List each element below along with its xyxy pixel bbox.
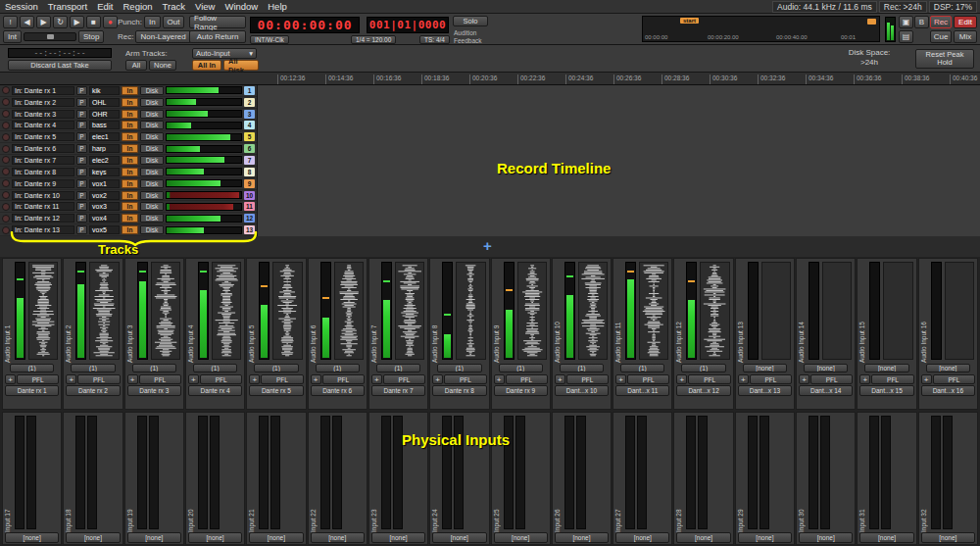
playlist-button[interactable]: P: [76, 179, 87, 188]
b-layout-button[interactable]: B: [914, 16, 929, 28]
disk-monitor-button[interactable]: Disk: [140, 179, 164, 188]
tempo-button[interactable]: 1/4 = 120.00: [351, 35, 396, 44]
input-name-button[interactable]: Dante rx 6: [311, 385, 365, 396]
input-name-button[interactable]: [none]: [799, 532, 853, 543]
punch-in-button[interactable]: In: [144, 16, 161, 28]
record-arm-button[interactable]: [2, 179, 10, 187]
time-signature-button[interactable]: TS: 4/4: [419, 35, 450, 44]
input-name-button[interactable]: [none]: [432, 532, 486, 543]
disk-monitor-button[interactable]: Disk: [140, 98, 164, 107]
input-monitor-button[interactable]: In: [122, 214, 138, 223]
add-track-button[interactable]: +: [615, 374, 626, 384]
input-name-button[interactable]: [none]: [615, 532, 669, 543]
sync-source-button[interactable]: INT/W-Clk: [250, 35, 289, 44]
disk-monitor-button[interactable]: Disk: [140, 132, 164, 141]
input-name-button[interactable]: Dant...x 13: [738, 385, 792, 396]
shuttle-slider[interactable]: [24, 32, 76, 41]
menu-item[interactable]: View: [190, 1, 220, 12]
disk-monitor-button[interactable]: Disk: [140, 86, 164, 95]
input-name-button[interactable]: [none]: [66, 532, 120, 543]
playlist-button[interactable]: P: [76, 202, 87, 211]
pfl-button[interactable]: PFL: [688, 374, 730, 384]
connected-tracks-button[interactable]: (1): [71, 364, 115, 372]
track-name-label[interactable]: harp: [89, 144, 120, 153]
track-input-button[interactable]: In: Dante rx 11: [12, 202, 74, 211]
add-track-button[interactable]: +: [188, 374, 199, 384]
primary-clock[interactable]: 00:00:00:00: [250, 17, 360, 33]
input-monitor-button[interactable]: In: [122, 179, 138, 188]
record-arm-button[interactable]: [2, 122, 10, 129]
pfl-button[interactable]: PFL: [139, 374, 181, 384]
rec-page-tab[interactable]: Rec: [930, 16, 952, 28]
record-arm-button[interactable]: [2, 133, 10, 141]
track-name-label[interactable]: elec2: [89, 156, 120, 165]
disk-monitor-button[interactable]: Disk: [140, 156, 164, 165]
input-name-button[interactable]: Dante rx 9: [494, 385, 548, 396]
disk-monitor-button[interactable]: Disk: [140, 121, 164, 129]
record-mode-button[interactable]: Non-Layered: [135, 30, 190, 43]
input-name-button[interactable]: Dante rx 1: [5, 385, 59, 396]
input-name-button[interactable]: [none]: [311, 532, 365, 543]
add-track-button[interactable]: +: [127, 374, 138, 384]
playlist-button[interactable]: P: [76, 121, 87, 129]
input-monitor-button[interactable]: In: [122, 110, 138, 119]
disk-monitor-button[interactable]: Disk: [140, 191, 164, 200]
start-marker[interactable]: start: [680, 18, 699, 24]
add-track-button[interactable]: +: [371, 374, 382, 384]
pfl-button[interactable]: PFL: [871, 374, 913, 384]
goto-end-button[interactable]: ▶: [36, 16, 51, 28]
monitor-icon[interactable]: ▤: [899, 30, 913, 43]
pfl-button[interactable]: PFL: [444, 374, 486, 384]
add-track-button[interactable]: +: [311, 374, 321, 384]
pfl-button[interactable]: PFL: [627, 374, 669, 384]
record-arm-button[interactable]: [2, 145, 10, 153]
playlist-button[interactable]: P: [76, 110, 87, 119]
track-name-label[interactable]: kik: [89, 86, 120, 95]
input-name-button[interactable]: [none]: [371, 532, 425, 543]
end-marker[interactable]: [867, 19, 876, 25]
disk-monitor-button[interactable]: Disk: [140, 202, 164, 211]
input-name-button[interactable]: Dant...x 10: [555, 385, 609, 396]
track-input-button[interactable]: In: Dante rx 4: [12, 121, 74, 129]
track-input-button[interactable]: In: Dante rx 5: [12, 132, 74, 141]
stop-button[interactable]: ■: [86, 16, 101, 28]
track-input-button[interactable]: In: Dante rx 3: [12, 110, 74, 119]
record-arm-button[interactable]: [2, 168, 10, 175]
pfl-button[interactable]: PFL: [810, 374, 853, 384]
arm-none-button[interactable]: None: [149, 60, 176, 71]
connected-tracks-button[interactable]: (1): [193, 364, 237, 372]
input-monitor-button[interactable]: In: [122, 98, 138, 107]
connected-tracks-button[interactable]: (1): [681, 364, 725, 372]
menu-item[interactable]: Track: [158, 1, 190, 12]
connected-tracks-button[interactable]: [none]: [743, 364, 787, 372]
connected-tracks-button[interactable]: [none]: [926, 364, 970, 372]
shuttle-thumb[interactable]: [47, 34, 54, 39]
all-in-button[interactable]: All In: [192, 60, 221, 71]
connected-tracks-button[interactable]: (1): [376, 364, 420, 372]
playlist-button[interactable]: P: [76, 132, 87, 141]
add-track-button[interactable]: +: [432, 374, 443, 384]
menu-item[interactable]: Region: [119, 1, 158, 12]
record-arm-button[interactable]: [2, 215, 10, 223]
all-disk-button[interactable]: All Disk: [223, 60, 259, 71]
playlist-button[interactable]: P: [76, 191, 87, 200]
pfl-button[interactable]: PFL: [200, 374, 242, 384]
pfl-button[interactable]: PFL: [77, 374, 120, 384]
input-name-button[interactable]: [none]: [555, 532, 609, 543]
add-track-button[interactable]: +: [676, 374, 687, 384]
reset-peak-hold-button[interactable]: Reset Peak Hold: [915, 49, 974, 69]
track-name-label[interactable]: vox3: [89, 202, 120, 211]
input-monitor-button[interactable]: In: [122, 202, 138, 211]
track-name-label[interactable]: OHL: [89, 98, 120, 107]
loop-button[interactable]: ↻: [53, 16, 68, 28]
input-monitor-button[interactable]: In: [122, 121, 138, 129]
track-name-label[interactable]: vox2: [89, 191, 120, 200]
disk-monitor-button[interactable]: Disk: [140, 110, 164, 119]
arm-all-button[interactable]: All: [125, 60, 147, 71]
input-name-button[interactable]: [none]: [127, 532, 181, 543]
track-name-label[interactable]: bass: [89, 121, 120, 129]
input-monitor-button[interactable]: In: [122, 191, 138, 200]
track-name-label[interactable]: elec1: [89, 132, 120, 141]
input-name-button[interactable]: [none]: [921, 532, 975, 543]
edit-page-tab[interactable]: Edit: [954, 16, 977, 28]
